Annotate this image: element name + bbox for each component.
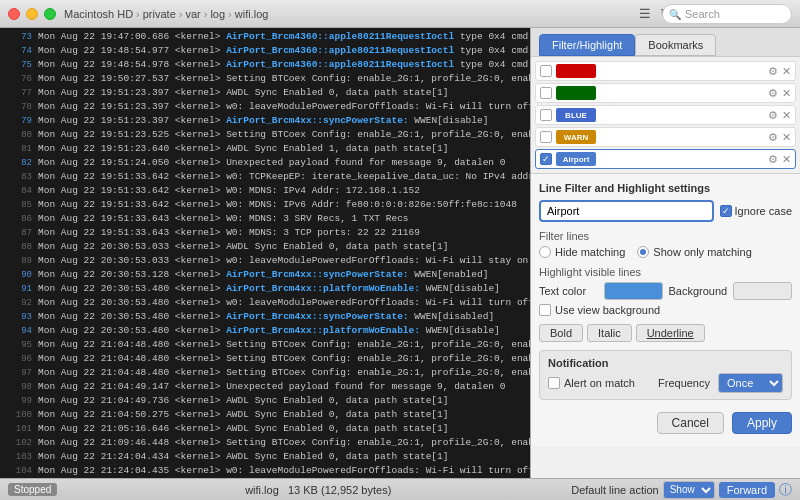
filter-checkbox[interactable] [540,87,552,99]
filter-lines-section: Filter lines Hide matching Show only mat… [539,230,792,258]
action-buttons: Cancel Apply [539,408,792,438]
line-number: 74 [4,44,32,58]
show-only-matching-radio[interactable] [637,246,649,258]
log-line: 99Mon Aug 22 21:04:49.736 <kernel> AWDL … [0,394,530,408]
right-panel: Filter/Highlight Bookmarks ⚙✕⚙✕BLUE⚙✕WAR… [530,28,800,500]
bold-button[interactable]: Bold [539,324,583,342]
filters-list: ⚙✕⚙✕BLUE⚙✕WARN⚙✕✓Airport⚙✕ [531,57,800,173]
line-number: 102 [4,436,32,450]
stopped-badge: Stopped [8,483,57,496]
use-view-bg-checkbox[interactable] [539,304,551,316]
hide-matching-radio[interactable] [539,246,551,258]
alert-on-match-text: Alert on match [564,377,635,389]
log-line: 81Mon Aug 22 19:51:23.640 <kernel> AWDL … [0,142,530,156]
log-line: 90Mon Aug 22 20:30:53.128 <kernel> AirPo… [0,268,530,282]
filter-row[interactable]: ✓Airport⚙✕ [535,149,796,169]
italic-button[interactable]: Italic [587,324,632,342]
apply-button[interactable]: Apply [732,412,792,434]
underline-button[interactable]: Underline [636,324,705,342]
line-number: 94 [4,324,32,338]
minimize-button[interactable] [26,8,38,20]
tab-filter-highlight[interactable]: Filter/Highlight [539,34,635,56]
line-number: 89 [4,254,32,268]
line-number: 85 [4,198,32,212]
filter-row[interactable]: ⚙✕ [535,83,796,103]
filter-row[interactable]: ⚙✕ [535,61,796,81]
filter-close-icon[interactable]: ✕ [782,109,791,122]
filter-row[interactable]: BLUE⚙✕ [535,105,796,125]
bg-color-swatch[interactable] [733,282,792,300]
filter-input[interactable] [539,200,714,222]
log-line: 85Mon Aug 22 19:51:33.642 <kernel> W0: M… [0,198,530,212]
filter-lines-title: Filter lines [539,230,792,242]
log-line: 76Mon Aug 22 19:50:27.537 <kernel> Setti… [0,72,530,86]
filter-gear-icon[interactable]: ⚙ [768,87,778,100]
cancel-button[interactable]: Cancel [657,412,724,434]
log-text: Mon Aug 22 20:30:53.033 <kernel> w0: lea… [38,254,530,268]
filter-gear-icon[interactable]: ⚙ [768,131,778,144]
line-number: 81 [4,142,32,156]
log-text: Mon Aug 22 19:51:23.397 <kernel> AWDL Sy… [38,86,526,100]
line-number: 101 [4,422,32,436]
log-text: Mon Aug 22 21:24:04.434 <kernel> AWDL Sy… [38,450,526,464]
airport-highlight: AirPort_Brcm4360::apple80211RequestIoctl [226,59,454,70]
log-line: 102Mon Aug 22 21:09:46.448 <kernel> Sett… [0,436,530,450]
airport-highlight: AirPort_Brcm4xx::syncPowerState: [226,269,408,280]
filter-close-icon[interactable]: ✕ [782,153,791,166]
log-line: 94Mon Aug 22 20:30:53.480 <kernel> AirPo… [0,324,530,338]
bottom-bar: Stopped wifi.log 13 KB (12,952 bytes) De… [0,478,800,500]
breadcrumb-item[interactable]: log [210,8,225,20]
ignore-case-checkbox[interactable]: ✓ [720,205,732,217]
filter-checkbox[interactable] [540,131,552,143]
breadcrumb-item[interactable]: var [185,8,200,20]
log-line: 75Mon Aug 22 19:48:54.978 <kernel> AirPo… [0,58,530,72]
line-number: 100 [4,408,32,422]
filter-close-icon[interactable]: ✕ [782,131,791,144]
filter-row[interactable]: WARN⚙✕ [535,127,796,147]
log-line: 104Mon Aug 22 21:24:04.435 <kernel> w0: … [0,464,530,478]
log-text: Mon Aug 22 21:09:46.448 <kernel> Setting… [38,436,530,450]
filter-gear-icon[interactable]: ⚙ [768,153,778,166]
alert-on-match-label: Alert on match [548,377,635,389]
log-area[interactable]: 73Mon Aug 22 19:47:00.686 <kernel> AirPo… [0,28,530,500]
breadcrumb-item[interactable]: wifi.log [235,8,269,20]
line-number: 103 [4,450,32,464]
text-color-swatch[interactable] [604,282,663,300]
file-name: wifi.log [245,484,279,496]
frequency-label: Frequency [658,377,710,389]
frequency-select[interactable]: Once Always Never [718,373,783,393]
alert-on-match-checkbox[interactable] [548,377,560,389]
filter-checkbox[interactable] [540,65,552,77]
file-info: wifi.log 13 KB (12,952 bytes) [65,484,571,496]
breadcrumb-item[interactable]: Macintosh HD [64,8,133,20]
log-line: 79Mon Aug 22 19:51:23.397 <kernel> AirPo… [0,114,530,128]
tab-bookmarks[interactable]: Bookmarks [635,34,716,56]
filter-color-badge: WARN [556,130,596,144]
format-buttons: Bold Italic Underline [539,324,792,342]
line-number: 90 [4,268,32,282]
breadcrumb-item[interactable]: private [143,8,176,20]
line-number: 88 [4,240,32,254]
show-select[interactable]: Show [663,481,715,499]
line-number: 95 [4,338,32,352]
filter-checkbox[interactable]: ✓ [540,153,552,165]
menu-icon[interactable]: ☰ [638,7,652,21]
filter-gear-icon[interactable]: ⚙ [768,109,778,122]
close-button[interactable] [8,8,20,20]
log-line: 77Mon Aug 22 19:51:23.397 <kernel> AWDL … [0,86,530,100]
forward-icon: ⓘ [779,481,792,499]
log-text: Mon Aug 22 21:04:49.736 <kernel> AWDL Sy… [38,394,526,408]
forward-button[interactable]: Forward [719,482,775,498]
filter-checkbox[interactable] [540,109,552,121]
airport-highlight: AirPort_Brcm4360::apple80211RequestIoctl [226,45,454,56]
filter-gear-icon[interactable]: ⚙ [768,65,778,78]
log-line: 73Mon Aug 22 19:47:00.686 <kernel> AirPo… [0,30,530,44]
line-number: 73 [4,30,32,44]
log-text: Mon Aug 22 19:48:54.977 <kernel> AirPort… [38,44,530,58]
filter-close-icon[interactable]: ✕ [782,87,791,100]
maximize-button[interactable] [44,8,56,20]
filter-close-icon[interactable]: ✕ [782,65,791,78]
search-box[interactable]: 🔍 Search [662,4,792,24]
log-text: Mon Aug 22 19:48:54.978 <kernel> AirPort… [38,58,530,72]
line-number: 75 [4,58,32,72]
